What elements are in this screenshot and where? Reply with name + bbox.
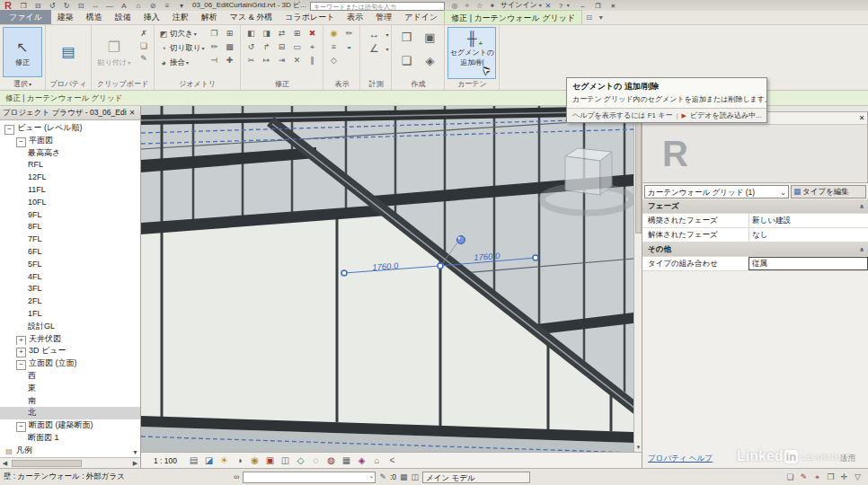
- tree-item-8fl[interactable]: 8FL: [0, 221, 140, 234]
- project-browser-titlebar[interactable]: プロジェクト ブラウザ - 03_06_EditC...: [0, 106, 140, 120]
- segment-drag-grip[interactable]: [457, 236, 465, 244]
- paint-icon[interactable]: ✏: [207, 40, 221, 53]
- view-range-icon[interactable]: ◇: [326, 54, 341, 66]
- properties-help-link[interactable]: プロパティ ヘルプ: [648, 454, 713, 464]
- linework-icon[interactable]: ✏: [341, 27, 356, 40]
- selection-filter-icon[interactable]: ▽: [851, 471, 864, 484]
- tree-item-6fl[interactable]: 6FL: [0, 246, 140, 259]
- video-close-icon[interactable]: [856, 114, 867, 122]
- create-group-icon[interactable]: ❒: [394, 27, 418, 48]
- tree-item-10fl[interactable]: 10FL: [0, 197, 140, 209]
- property-value[interactable]: 新しい建設: [748, 214, 868, 227]
- tree-item-section-1[interactable]: 断面図 1: [0, 432, 140, 445]
- measure-between-references-icon[interactable]: ↔: [363, 27, 388, 41]
- editing-requests-icon[interactable]: ✎: [379, 472, 386, 481]
- tree-item-5fl[interactable]: 5FL: [0, 259, 140, 271]
- property-value[interactable]: なし: [748, 228, 868, 242]
- cope-button[interactable]: ◩ 切欠き: [157, 27, 204, 41]
- tab-massing-site[interactable]: マス & 外構: [224, 10, 279, 24]
- override-graphics-icon[interactable]: ≡: [326, 40, 341, 53]
- rotate-icon[interactable]: ↺: [244, 40, 258, 53]
- worksharing-display-icon[interactable]: ▦: [400, 472, 408, 481]
- drag-on-selection-toggle-icon[interactable]: ✛: [837, 471, 851, 484]
- cut-geometry-button[interactable]: ◔ 切り取り: [157, 41, 204, 56]
- tree-item-3fl[interactable]: 3FL: [0, 283, 140, 295]
- trim-extend-single-icon[interactable]: ↦: [259, 54, 273, 66]
- select-by-face-toggle-icon[interactable]: ❐: [824, 471, 837, 484]
- unpin-icon[interactable]: ✕: [289, 54, 304, 66]
- section-collapse-icon[interactable]: [859, 203, 864, 210]
- design-options-icon[interactable]: ◫: [412, 472, 420, 481]
- array-icon[interactable]: ⊞: [289, 27, 304, 40]
- tree-item-4fl[interactable]: 4FL: [0, 271, 140, 284]
- scroll-right-icon[interactable]: ▶: [130, 460, 140, 467]
- view-scale-button[interactable]: 1 : 100: [141, 456, 186, 465]
- align-icon[interactable]: ∥: [305, 54, 319, 66]
- panel-toggle-dropdown-icon[interactable]: ▾: [596, 11, 607, 24]
- sun-path-icon[interactable]: ☀: [217, 454, 232, 468]
- scroll-left-icon[interactable]: ◀: [0, 460, 10, 467]
- project-browser-hscrollbar[interactable]: ◀ ▶: [0, 457, 140, 468]
- display-settings-icon[interactable]: ◒: [341, 40, 356, 53]
- temporary-dimension-value[interactable]: 1760.0: [474, 251, 500, 262]
- rendering-dialog-icon[interactable]: ◉: [247, 454, 262, 468]
- demolish-icon[interactable]: ⊣: [207, 54, 221, 66]
- tab-analyze[interactable]: 解析: [195, 10, 224, 24]
- reveal-hidden-elements-icon[interactable]: ◍: [323, 454, 339, 468]
- reveal-constraints-icon[interactable]: ⌂: [369, 454, 385, 468]
- tree-item-12fl[interactable]: 12FL: [0, 172, 140, 184]
- drawing-area[interactable]: 1760.0 1760.0: [141, 106, 633, 452]
- project-browser-close-icon[interactable]: [127, 109, 137, 117]
- trim-extend-corner-icon[interactable]: ↱: [259, 40, 273, 53]
- select-panel-caption[interactable]: 選択: [3, 79, 42, 90]
- show-analytical-model-icon[interactable]: ◈: [354, 454, 369, 468]
- match-type-properties-icon[interactable]: ✎: [137, 52, 151, 65]
- delete-clipboard-icon[interactable]: ✗: [137, 27, 151, 40]
- edit-type-button[interactable]: タイプを編集: [791, 185, 866, 198]
- tree-item-design-gl[interactable]: 設計GL: [0, 321, 140, 333]
- tab-annotate[interactable]: 注釈: [166, 10, 195, 24]
- visual-style-icon[interactable]: ◪: [201, 454, 217, 468]
- tab-manage[interactable]: 管理: [369, 10, 398, 24]
- tab-insert[interactable]: 挿入: [137, 10, 166, 24]
- tree-item-elevations[interactable]: 立面図 (立面): [0, 357, 140, 370]
- tree-item-1fl[interactable]: 1FL: [0, 308, 140, 321]
- tree-item-rfl[interactable]: RFL: [0, 159, 140, 172]
- vscroll-thumb[interactable]: [635, 117, 642, 234]
- select-underlay-toggle-icon[interactable]: ✎: [797, 471, 810, 484]
- paste-button[interactable]: ❐ 貼り付け: [94, 27, 134, 77]
- detail-level-icon[interactable]: ▤: [186, 454, 201, 468]
- tree-item-south[interactable]: 南: [0, 395, 140, 408]
- tree-item-east[interactable]: 東: [0, 383, 140, 395]
- design-option-dropdown[interactable]: メイン モデル: [422, 472, 530, 483]
- tree-item-floor-plans[interactable]: 平面図: [0, 135, 140, 147]
- temporary-view-properties-icon[interactable]: ▦: [339, 454, 354, 468]
- shadows-icon[interactable]: ◑: [232, 454, 247, 468]
- split-face-icon[interactable]: ▩: [222, 40, 236, 53]
- pin-icon[interactable]: ⌖: [305, 40, 319, 53]
- type-selector-dropdown[interactable]: カーテンウォール グリッド (1): [644, 185, 789, 198]
- create-similar-icon[interactable]: ▣: [418, 27, 441, 48]
- property-value[interactable]: 従属: [748, 257, 868, 270]
- dimension-grip[interactable]: [438, 263, 443, 269]
- tree-item-2fl[interactable]: 2FL: [0, 295, 140, 308]
- collapse-view-bar-icon[interactable]: <: [385, 454, 400, 468]
- tree-item-legends[interactable]: 凡例: [0, 445, 140, 457]
- crop-view-icon[interactable]: ▣: [262, 454, 278, 468]
- tree-item-7fl[interactable]: 7FL: [0, 234, 140, 246]
- beam-joins-icon[interactable]: ⊞: [222, 27, 236, 40]
- tree-item-max-height[interactable]: 最高高さ: [0, 147, 140, 160]
- tab-structure[interactable]: 構造: [80, 10, 109, 24]
- hscroll-thumb[interactable]: [12, 460, 82, 467]
- move-icon[interactable]: ⇄: [274, 27, 288, 40]
- create-parts-icon[interactable]: ◈: [418, 50, 441, 72]
- tree-item-11fl[interactable]: 11FL: [0, 184, 140, 197]
- tree-item-west[interactable]: 西: [0, 370, 140, 383]
- tab-modify-curtain-wall-grids[interactable]: 修正 | カーテンウォール グリッド: [444, 10, 582, 24]
- tab-collaborate[interactable]: コラボレート: [279, 10, 341, 24]
- offset-icon[interactable]: ◧: [244, 27, 258, 40]
- tree-item-9fl[interactable]: 9FL: [0, 209, 140, 222]
- dimension-grip[interactable]: [533, 255, 538, 260]
- create-assembly-icon[interactable]: ❏: [394, 50, 418, 72]
- delete-icon[interactable]: ✖: [305, 27, 319, 40]
